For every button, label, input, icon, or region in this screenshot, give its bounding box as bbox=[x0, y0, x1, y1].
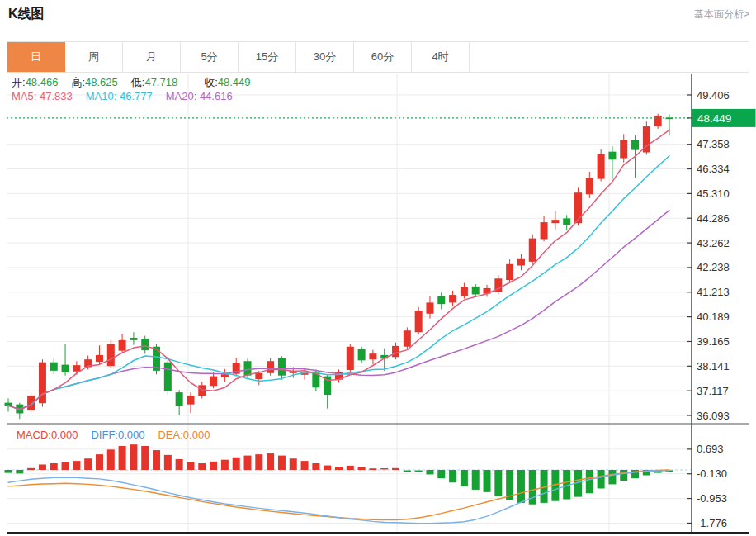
svg-text:45.310: 45.310 bbox=[697, 187, 730, 200]
legend-value: 0.000 bbox=[183, 429, 210, 441]
legend-label: DIFF: bbox=[91, 429, 118, 441]
kline-app: K线图 基本面分析> 日周月5分15分30分60分4时 49.40647.358… bbox=[0, 0, 756, 536]
legend-label: 开: bbox=[12, 76, 26, 88]
svg-text:40.189: 40.189 bbox=[697, 311, 730, 323]
maRow-item: MA10: 46.777 bbox=[86, 90, 153, 102]
legend-label: DEA: bbox=[158, 429, 182, 441]
svg-text:38.141: 38.141 bbox=[697, 360, 730, 372]
svg-text:-0.130: -0.130 bbox=[697, 467, 727, 480]
macdRow-item: MACD:0.000 bbox=[17, 429, 78, 441]
legend-label: 低: bbox=[131, 76, 145, 88]
ohlcRow-item: 开:48.466 bbox=[12, 75, 58, 90]
legend-label: MA10: bbox=[86, 90, 120, 102]
svg-text:46.334: 46.334 bbox=[697, 163, 730, 175]
legend-value: 48.625 bbox=[85, 76, 118, 88]
legend-label: 高: bbox=[71, 76, 85, 88]
macd-histogram bbox=[5, 444, 673, 505]
macdRow-item: DEA:0.000 bbox=[158, 429, 210, 441]
legend-label: 收: bbox=[204, 76, 218, 88]
ohlc-legend: 开:48.466高:48.625低:47.718收:48.449 bbox=[12, 75, 264, 90]
svg-text:42.238: 42.238 bbox=[697, 261, 730, 273]
legend-value: 48.449 bbox=[218, 76, 251, 88]
legend-label: MACD: bbox=[17, 429, 51, 441]
svg-text:-1.776: -1.776 bbox=[697, 517, 727, 529]
svg-text:44.286: 44.286 bbox=[697, 212, 730, 225]
legend-value: 0.000 bbox=[51, 429, 78, 441]
candles bbox=[5, 114, 673, 419]
ma-lines bbox=[8, 130, 669, 410]
ohlcRow-item: 低:47.718 bbox=[131, 75, 177, 90]
svg-text:0.693: 0.693 bbox=[697, 443, 724, 455]
ohlcRow-item: 高:48.625 bbox=[71, 75, 117, 90]
maRow-item: MA5: 47.833 bbox=[12, 90, 73, 102]
legend-value: 48.466 bbox=[26, 76, 59, 88]
svg-text:41.213: 41.213 bbox=[697, 286, 730, 298]
ma-legend: MA5: 47.833MA10: 46.777MA20: 44.616 bbox=[12, 90, 246, 102]
macd-legend: MACD:0.000DIFF:0.000DEA:0.000 bbox=[17, 429, 223, 441]
svg-text:36.093: 36.093 bbox=[697, 410, 730, 422]
legend-value: 46.777 bbox=[120, 90, 153, 102]
svg-text:-0.953: -0.953 bbox=[697, 492, 727, 505]
svg-text:39.165: 39.165 bbox=[697, 335, 730, 348]
legend-value: 44.616 bbox=[200, 90, 233, 102]
legend-label: MA5: bbox=[12, 90, 40, 102]
svg-text:43.262: 43.262 bbox=[697, 237, 730, 249]
legend-value: 47.718 bbox=[144, 76, 177, 88]
legend-value: 0.000 bbox=[118, 429, 145, 441]
svg-text:49.406: 49.406 bbox=[697, 89, 730, 102]
svg-text:47.358: 47.358 bbox=[697, 138, 730, 150]
legend-value: 47.833 bbox=[40, 90, 73, 102]
current-price-badge: 48.449 bbox=[687, 109, 756, 127]
svg-text:48.449: 48.449 bbox=[697, 112, 731, 125]
svg-text:37.117: 37.117 bbox=[697, 385, 729, 397]
maRow-item: MA20: 44.616 bbox=[166, 90, 233, 102]
ohlcRow-item: 收:48.449 bbox=[204, 75, 250, 90]
macdRow-item: DIFF:0.000 bbox=[91, 429, 144, 441]
legend-label: MA20: bbox=[166, 90, 200, 102]
